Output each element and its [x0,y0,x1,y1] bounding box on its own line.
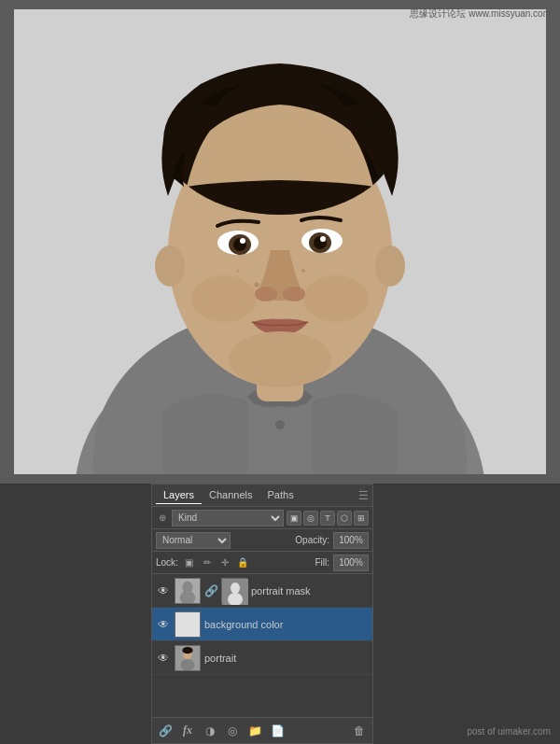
svg-point-20 [191,275,257,322]
link-icon[interactable]: 🔗 [156,722,175,740]
lock-transparent-icon[interactable]: ▣ [182,555,197,570]
svg-point-21 [303,275,369,322]
visibility-icon-2[interactable]: 👁 [156,617,171,632]
svg-rect-3 [247,397,313,474]
lock-pixels-icon[interactable]: ✏ [200,555,215,570]
canvas-area [0,0,560,484]
tab-paths[interactable]: Paths [260,486,301,504]
tab-channels[interactable]: Channels [202,486,259,504]
layer-row-portrait[interactable]: 👁 portrait [152,641,372,675]
svg-point-13 [240,238,245,244]
filter-pixel-icon[interactable]: ▣ [287,511,301,526]
kind-dropdown[interactable]: Kind [172,510,284,526]
svg-point-30 [231,583,240,594]
opacity-label: Opacity: [295,535,329,545]
panels-area: Layers Channels Paths ☰ ⊕ Kind ▣ ◎ T ⬡ ⊞… [0,484,560,744]
chain-icon-1: 🔗 [204,584,217,597]
svg-rect-32 [175,612,200,637]
layer-thumb-portrait-1 [175,578,201,604]
filter-type-icons: ▣ ◎ T ⬡ ⊞ [287,511,369,526]
layers-toolbar: 🔗 fx ◑ ◎ 📁 📄 🗑 [152,717,372,743]
svg-point-19 [283,287,305,302]
svg-point-25 [237,270,240,273]
folder-icon[interactable]: 📁 [245,722,264,740]
svg-point-22 [229,331,331,387]
blend-mode-dropdown[interactable]: Normal [156,532,231,549]
layer-name-3: portrait [204,653,369,664]
visibility-icon-1[interactable]: 👁 [156,583,171,598]
lock-row: Lock: ▣ ✏ ✛ 🔒 Fill: [152,552,372,574]
lock-position-icon[interactable]: ✛ [217,555,232,570]
adjustment-icon[interactable]: ◎ [223,722,242,740]
lock-label: Lock: [156,557,178,568]
svg-point-8 [155,246,185,287]
layer-mask-thumb-1 [221,578,247,604]
filter-smart-icon[interactable]: ⊞ [354,511,369,526]
post-credit: post of uimaker.com [468,726,552,737]
visibility-icon-3[interactable]: 👁 [156,651,171,666]
fill-label: Fill: [315,557,329,568]
opacity-input[interactable] [333,532,369,549]
layer-row-background-color[interactable]: 👁 background color [152,608,372,641]
svg-point-35 [181,658,195,670]
layer-thumb-portrait-3 [175,645,201,671]
layer-name-1: portrait mask [251,585,369,597]
svg-point-23 [255,283,259,288]
filter-type-icon[interactable]: T [320,511,335,526]
portrait-image [14,9,546,474]
photo-canvas [14,9,546,474]
lock-all-icon[interactable]: 🔒 [235,555,250,570]
layer-thumb-bg [175,611,201,638]
post-prefix: post of [468,726,496,737]
new-layer-icon[interactable]: 📄 [268,722,287,740]
filter-shape-icon[interactable]: ⬡ [337,511,352,526]
svg-point-9 [375,246,405,287]
panel-menu-icon[interactable]: ☰ [358,489,369,502]
blend-opacity-row: Normal Opacity: [152,529,372,552]
left-spacer [0,484,151,744]
post-site: uimaker.com [497,726,551,737]
svg-point-24 [301,269,305,273]
svg-point-4 [275,420,285,429]
fx-icon[interactable]: fx [178,722,197,740]
layer-row-portrait-mask[interactable]: 👁 🔗 [152,574,372,608]
fill-input[interactable] [333,554,369,571]
mask-icon[interactable]: ◑ [201,722,219,740]
layers-panel: Layers Channels Paths ☰ ⊕ Kind ▣ ◎ T ⬡ ⊞… [151,484,373,744]
layers-list: 👁 🔗 [152,574,372,717]
svg-point-36 [182,646,192,653]
delete-icon[interactable]: 🗑 [350,722,369,740]
filter-icon: ⊕ [156,512,169,525]
svg-point-17 [320,236,326,242]
svg-point-18 [255,287,277,302]
filter-adjust-icon[interactable]: ◎ [303,511,318,526]
filter-row: ⊕ Kind ▣ ◎ T ⬡ ⊞ [152,507,372,529]
right-spacer: post of uimaker.com [373,484,560,744]
lock-icons: ▣ ✏ ✛ 🔒 [182,555,250,570]
layer-name-2: background color [204,619,369,630]
tabs-row: Layers Channels Paths ☰ [152,484,372,507]
tab-layers[interactable]: Layers [156,486,202,504]
watermark-text: 思缘设计论坛 www.missyuan.com [410,7,551,21]
